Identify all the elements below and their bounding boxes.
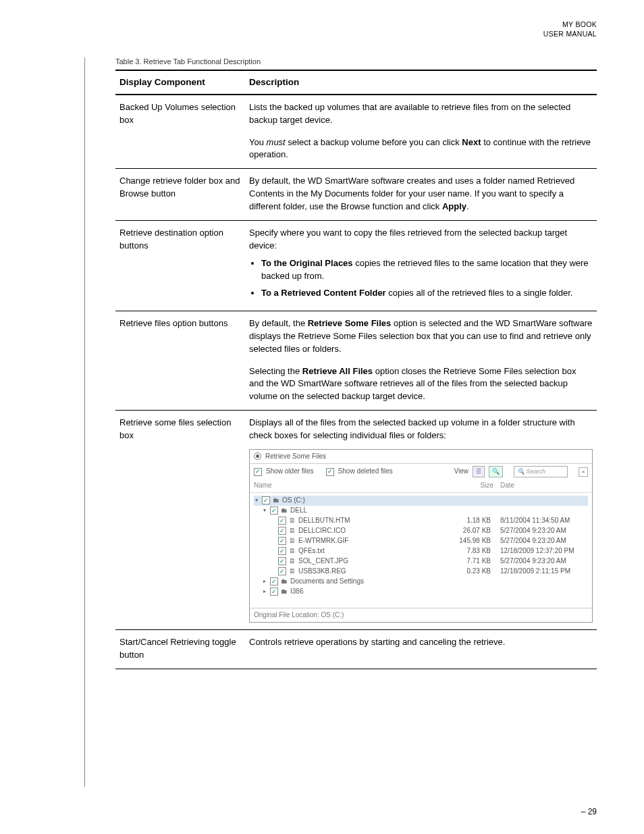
checkbox-icon[interactable]	[278, 547, 286, 555]
file-size: 7.83 KB	[454, 546, 491, 556]
file-name: DELLCIRC.ICO	[298, 526, 451, 536]
component-cell: Backed Up Volumes selection box	[115, 95, 245, 169]
file-icon	[289, 546, 296, 556]
paragraph: Specify where you want to copy the files…	[249, 227, 593, 253]
folder-icon	[281, 506, 288, 516]
file-name: USBS3KB.REG	[298, 567, 451, 577]
expand-icon[interactable]: ▾	[262, 506, 267, 515]
description-cell: Displays all of the files from the selec…	[245, 411, 597, 630]
file-name: SOL_CENT.JPG	[298, 556, 451, 567]
table-row: Retrieve destination option buttons Spec…	[115, 220, 597, 311]
checkbox-icon[interactable]	[270, 506, 278, 515]
col-size[interactable]: Size	[453, 481, 493, 491]
description-cell: Controls retrieve operations by starting…	[245, 630, 597, 669]
table-row: Retrieve some files selection box Displa…	[115, 411, 597, 630]
file-icon	[289, 526, 296, 536]
tree-folder[interactable]: ▸ Documents and Settings	[254, 577, 588, 587]
table-row: Backed Up Volumes selection box Lists th…	[115, 95, 597, 169]
panel-title-row: Retrieve Some Files	[250, 450, 592, 465]
checkbox-icon[interactable]	[262, 496, 270, 504]
folder-icon	[281, 587, 288, 597]
header-line1: MY BOOK	[47, 20, 597, 30]
column-headers: Name Size Date	[250, 479, 592, 493]
paragraph: By default, the Retrieve Some Files opti…	[249, 317, 593, 356]
panel-toolbar: Show older files Show deleted files View…	[250, 464, 592, 479]
file-date: 12/18/2009 2:11:15 PM	[493, 567, 588, 577]
file-icon	[289, 516, 296, 526]
view-list-button[interactable]: ☰	[473, 466, 485, 477]
file-name: QFEs.txt	[298, 546, 451, 556]
tree-file[interactable]: DELLCIRC.ICO26.07 KB5/27/2004 9:23:20 AM	[254, 526, 588, 536]
retrieve-some-files-panel: Retrieve Some Files Show older files Sho…	[249, 449, 593, 623]
checkbox-icon[interactable]	[278, 537, 286, 545]
table-row: Change retrieve folder box and Browse bu…	[115, 169, 597, 221]
description-cell: Lists the backed up volumes that are ava…	[245, 95, 597, 169]
table-row: Start/Cancel Retrieving toggle button Co…	[115, 630, 597, 669]
file-size: 1.18 KB	[454, 516, 491, 526]
file-size: 26.07 KB	[454, 526, 491, 536]
bullet-list: To the Original Places copies the retrie…	[249, 257, 593, 300]
checkbox-icon[interactable]	[278, 517, 286, 525]
table-row: Retrieve files option buttons By default…	[115, 311, 597, 410]
functional-description-table: Display Component Description Backed Up …	[115, 70, 597, 669]
folder-icon	[273, 496, 279, 506]
radio-icon[interactable]	[254, 452, 261, 460]
component-cell: Retrieve files option buttons	[115, 311, 245, 410]
file-name: E-WTRMRK.GIF	[298, 536, 451, 546]
file-date: 8/11/2004 11:34:50 AM	[493, 516, 588, 526]
file-tree: ▾ OS (C:) ▾ DELL	[250, 493, 592, 608]
show-older-label: Show older files	[266, 467, 314, 477]
show-deleted-label: Show deleted files	[338, 467, 393, 477]
folder-icon	[281, 577, 288, 587]
doc-header: MY BOOK USER MANUAL	[47, 20, 597, 38]
file-size: 0.23 KB	[454, 567, 491, 577]
file-icon	[289, 556, 296, 567]
tree-file[interactable]: E-WTRMRK.GIF145.98 KB5/27/2004 9:23:20 A…	[254, 536, 588, 546]
col-name[interactable]: Name	[254, 481, 453, 491]
tree-folder[interactable]: ▸ I386	[254, 587, 588, 597]
page-number: – 29	[47, 807, 597, 816]
close-icon[interactable]: ×	[579, 467, 588, 477]
col-header-component: Display Component	[115, 70, 245, 95]
search-input[interactable]: 🔍 Search	[514, 466, 568, 477]
view-search-button[interactable]: 🔍	[489, 466, 503, 477]
tree-file[interactable]: SOL_CENT.JPG7.71 KB5/27/2004 9:23:20 AM	[254, 556, 588, 567]
file-icon	[289, 567, 296, 577]
expand-icon[interactable]: ▾	[254, 496, 259, 504]
table-caption: Table 3. Retrieve Tab Functional Descrip…	[115, 57, 597, 66]
checkbox-icon[interactable]	[270, 588, 278, 596]
checkbox-icon[interactable]	[278, 567, 286, 575]
component-cell: Retrieve destination option buttons	[115, 220, 245, 311]
checkbox-icon[interactable]	[278, 557, 286, 565]
tree-file[interactable]: QFEs.txt7.83 KB12/18/2009 12:37:20 PM	[254, 546, 588, 556]
tree-file[interactable]: DELLBUTN.HTM1.18 KB8/11/2004 11:34:50 AM	[254, 516, 588, 526]
file-date: 5/27/2004 9:23:20 AM	[493, 536, 588, 546]
view-label: View	[454, 467, 469, 477]
checkbox-icon[interactable]	[254, 468, 262, 476]
description-cell: By default, the Retrieve Some Files opti…	[245, 311, 597, 410]
expand-icon[interactable]: ▸	[262, 577, 267, 585]
expand-icon[interactable]: ▸	[262, 588, 267, 596]
tree-file[interactable]: USBS3KB.REG0.23 KB12/18/2009 2:11:15 PM	[254, 567, 588, 577]
col-date[interactable]: Date	[493, 481, 588, 491]
file-date: 12/18/2009 12:37:20 PM	[493, 546, 588, 556]
paragraph: Lists the backed up volumes that are ava…	[249, 101, 593, 127]
file-date: 5/27/2004 9:23:20 AM	[493, 556, 588, 567]
paragraph: Selecting the Retrieve All Files option …	[249, 365, 593, 404]
panel-footer: Original File Location: OS (C:)	[250, 608, 592, 623]
header-line2: USER MANUAL	[47, 30, 597, 39]
component-cell: Retrieve some files selection box	[115, 411, 245, 630]
checkbox-icon[interactable]	[326, 468, 334, 476]
file-size: 7.71 KB	[454, 556, 491, 567]
description-cell: By default, the WD SmartWare software cr…	[245, 169, 597, 221]
tree-folder[interactable]: ▾ DELL	[254, 506, 588, 516]
col-header-description: Description	[245, 70, 597, 95]
panel-title: Retrieve Some Files	[265, 452, 326, 462]
paragraph: Displays all of the files from the selec…	[249, 417, 593, 442]
checkbox-icon[interactable]	[278, 527, 286, 535]
checkbox-icon[interactable]	[270, 577, 278, 585]
paragraph: You must select a backup volume before y…	[249, 136, 593, 162]
tree-folder-root[interactable]: ▾ OS (C:)	[254, 496, 588, 506]
file-icon	[289, 536, 296, 546]
description-cell: Specify where you want to copy the files…	[245, 220, 597, 311]
